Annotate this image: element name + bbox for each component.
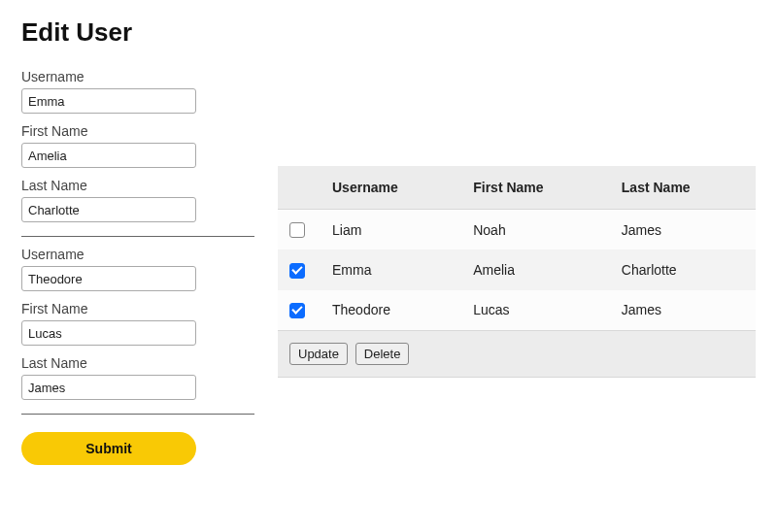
edit-form: Username First Name Last Name Username F… xyxy=(21,69,254,465)
col-firstname: First Name xyxy=(461,166,610,210)
row-checkbox[interactable] xyxy=(289,263,305,279)
lastname-input[interactable] xyxy=(21,375,196,400)
username-input[interactable] xyxy=(21,266,196,291)
table-header-row: Username First Name Last Name xyxy=(278,166,756,210)
submit-button[interactable]: Submit xyxy=(21,432,196,465)
row-checkbox[interactable] xyxy=(289,222,305,238)
col-lastname: Last Name xyxy=(610,166,756,210)
cell-firstname: Amelia xyxy=(461,249,610,289)
firstname-label: First Name xyxy=(21,301,254,316)
row-checkbox[interactable] xyxy=(289,303,305,318)
username-label: Username xyxy=(21,69,254,84)
cell-lastname: Charlotte xyxy=(610,249,756,289)
lastname-label: Last Name xyxy=(21,178,254,193)
col-username: Username xyxy=(321,166,461,210)
cell-lastname: James xyxy=(610,290,756,331)
table-row: Theodore Lucas James xyxy=(278,290,756,331)
cell-lastname: James xyxy=(610,210,756,250)
divider xyxy=(21,414,254,415)
lastname-label: Last Name xyxy=(21,355,254,371)
cell-username: Liam xyxy=(321,210,461,250)
update-button[interactable]: Update xyxy=(289,343,348,365)
divider xyxy=(21,236,254,237)
cell-username: Theodore xyxy=(321,290,461,331)
firstname-label: First Name xyxy=(21,123,254,139)
delete-button[interactable]: Delete xyxy=(355,343,410,365)
username-input[interactable] xyxy=(21,88,196,114)
table-actions-row: Update Delete xyxy=(278,330,756,377)
table-row: Liam Noah James xyxy=(278,210,756,250)
user-table-panel: Username First Name Last Name Liam Noah … xyxy=(278,69,756,378)
layout: Username First Name Last Name Username F… xyxy=(21,69,756,465)
firstname-input[interactable] xyxy=(21,143,196,168)
cell-firstname: Lucas xyxy=(461,290,610,331)
col-checkbox xyxy=(278,166,321,210)
table-row: Emma Amelia Charlotte xyxy=(278,249,756,289)
firstname-input[interactable] xyxy=(21,320,196,346)
user-table: Username First Name Last Name Liam Noah … xyxy=(278,166,756,378)
lastname-input[interactable] xyxy=(21,197,196,222)
username-label: Username xyxy=(21,247,254,262)
page-title: Edit User xyxy=(21,17,756,48)
cell-firstname: Noah xyxy=(461,210,610,250)
cell-username: Emma xyxy=(321,249,461,289)
